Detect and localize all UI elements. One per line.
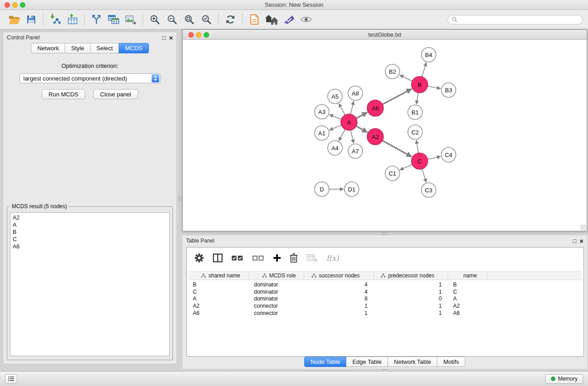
delete-table-button[interactable] (306, 254, 318, 262)
graph-edge-A-A7[interactable] (351, 130, 354, 143)
tab-network[interactable]: Network (31, 43, 65, 53)
graphics-details-button[interactable] (297, 11, 315, 28)
criterion-dropdown[interactable]: largest connected component (directed) (19, 73, 161, 83)
network-graph[interactable]: B4B2BB3A8A5A6A3B1AC2A1A2A4A7C4CC1C3DD1 (183, 40, 587, 231)
run-mcds-button[interactable]: Run MCDS (42, 89, 85, 99)
network-window-title: testGlobe.txt (368, 31, 402, 38)
column-header[interactable]: shared name (189, 272, 249, 280)
show-columns-button[interactable] (213, 253, 223, 262)
table-row[interactable]: A6connector11A6 (189, 310, 582, 317)
graph-edge-B-B3[interactable] (428, 86, 441, 88)
graph-edge-A-A8[interactable] (351, 101, 354, 114)
graph-edge-C-C2[interactable] (416, 140, 418, 153)
select-all-button[interactable] (231, 254, 244, 262)
result-item[interactable]: A (13, 221, 167, 229)
delete-column-button[interactable] (290, 253, 298, 263)
mcds-result-title: MCDS result (5 nodes) (10, 203, 69, 210)
graph-edge-A-A2[interactable] (356, 126, 368, 133)
graph-edge-C-C3[interactable] (422, 169, 426, 182)
column-header[interactable]: predecessor nodes (374, 272, 448, 280)
open-session-button[interactable] (5, 11, 23, 28)
import-network-button[interactable] (47, 11, 64, 28)
tab-node-table[interactable]: Node Table (304, 357, 347, 367)
table-panel-content: f(x) shared name MCDS role successor nod… (186, 247, 584, 357)
network-close-traffic-light[interactable] (188, 32, 194, 38)
tab-style[interactable]: Style (65, 43, 91, 53)
float-panel-icon[interactable]: □ (573, 238, 576, 244)
table-row[interactable]: Cdominator41C (189, 288, 582, 295)
style-check-button[interactable] (280, 11, 297, 28)
graph-edge-A-A1[interactable] (330, 125, 342, 130)
table-row[interactable]: Adominator80A (189, 295, 582, 303)
close-panel-icon[interactable]: × (579, 238, 583, 244)
close-traffic-light[interactable] (5, 2, 10, 8)
result-item[interactable]: A2 (13, 214, 167, 221)
task-history-button[interactable] (5, 374, 17, 384)
export-table-button[interactable] (105, 11, 122, 28)
close-panel-icon[interactable]: × (169, 35, 173, 41)
save-session-button[interactable] (23, 11, 40, 28)
zoom-traffic-light[interactable] (20, 2, 25, 8)
tab-network-table[interactable]: Network Table (387, 357, 437, 367)
table-cell: A6 (448, 310, 488, 316)
toolbar-search-field[interactable] (448, 15, 583, 24)
table-row[interactable]: Bdominator41B (189, 281, 582, 288)
graph-edge-C-C1[interactable] (400, 164, 412, 170)
toolbar-separator (84, 13, 85, 26)
graph-edge-B-B1[interactable] (416, 93, 418, 104)
column-header[interactable]: MCDS role (249, 272, 304, 280)
graph-edge-A6-B[interactable] (382, 89, 411, 104)
create-column-button[interactable] (273, 254, 281, 262)
function-builder-button[interactable]: f(x) (326, 254, 339, 262)
tab-select[interactable]: Select (90, 43, 119, 53)
result-item[interactable]: B (13, 229, 167, 236)
zoom-selected-icon (201, 14, 212, 25)
list-icon (8, 376, 14, 381)
graph-edge-A-A5[interactable] (339, 104, 345, 115)
result-item[interactable]: C (13, 236, 167, 243)
column-header[interactable]: successor nodes (304, 272, 374, 280)
graph-edge-C-C4[interactable] (428, 157, 441, 159)
export-image-button[interactable] (122, 11, 139, 28)
table-settings-button[interactable] (194, 253, 204, 263)
close-panel-button[interactable]: Close panel (93, 89, 138, 99)
table-cell: 1 (304, 310, 374, 316)
export-network-button[interactable] (88, 11, 105, 28)
image-export-icon (125, 14, 137, 24)
window-resize-grip[interactable] (580, 224, 586, 230)
table-row[interactable]: A2connector11A2 (189, 302, 582, 310)
graph-edge-B-B2[interactable] (400, 75, 412, 81)
mcds-result-list[interactable]: A2ABCA6 (10, 212, 170, 356)
tab-edge-table[interactable]: Edge Table (346, 357, 388, 367)
graph-edge-B-B4[interactable] (422, 62, 426, 77)
network-minimize-traffic-light[interactable] (196, 32, 201, 38)
graph-edge-A-A3[interactable] (330, 114, 341, 119)
tab-motifs[interactable]: Motifs (437, 357, 465, 367)
import-table-button[interactable] (64, 11, 81, 28)
network-canvas[interactable]: B4B2BB3A8A5A6A3B1AC2A1A2A4A7C4CC1C3DD1 (183, 40, 587, 231)
network-zoom-traffic-light[interactable] (204, 32, 209, 38)
zoom-out-button[interactable] (163, 11, 181, 28)
zoom-in-button[interactable] (146, 11, 163, 28)
graph-edge-A-A4[interactable] (339, 129, 345, 141)
horizontal-splitter-grip[interactable] (382, 232, 388, 235)
search-input[interactable] (460, 16, 578, 23)
column-label: predecessor nodes (388, 272, 434, 279)
minimize-traffic-light[interactable] (12, 2, 18, 8)
zoom-selected-button[interactable] (198, 11, 215, 28)
memory-button[interactable]: Memory (545, 374, 583, 384)
network-view-window: testGlobe.txt B4B2BB3A8A5A6A3B1AC2A1A2A4… (182, 29, 587, 231)
deselect-all-button[interactable] (252, 254, 264, 262)
float-panel-icon[interactable]: □ (162, 35, 166, 41)
first-neighbors-button[interactable] (246, 11, 263, 28)
home-button[interactable] (263, 11, 280, 28)
column-header[interactable]: name (448, 272, 488, 280)
graph-edge-A2-C[interactable] (382, 141, 412, 157)
graph-edge-A-A6[interactable] (356, 112, 368, 118)
tab-mcds[interactable]: MCDS (119, 43, 148, 53)
zoom-fit-button[interactable] (181, 11, 198, 28)
vertical-splitter-grip[interactable] (179, 195, 182, 202)
result-item[interactable]: A6 (13, 243, 167, 250)
table-cell: 0 (374, 295, 448, 302)
refresh-layout-button[interactable] (222, 11, 239, 28)
